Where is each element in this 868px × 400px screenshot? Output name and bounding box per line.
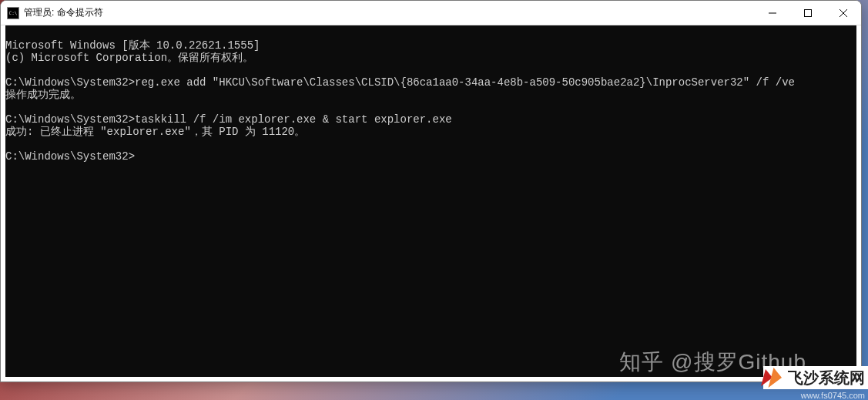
close-button[interactable] [826, 1, 861, 25]
close-icon [840, 9, 847, 17]
terminal-line: C:\Windows\System32>taskkill /f /im expl… [5, 113, 452, 126]
command-prompt-window: 管理员: 命令提示符 Microsoft Windows [版本 10.0.22… [0, 0, 862, 382]
site-name: 飞沙系统网 [788, 370, 865, 385]
window-controls [755, 1, 861, 25]
window-title: 管理员: 命令提示符 [24, 6, 755, 19]
site-badge: 飞沙系统网 [763, 366, 868, 389]
svg-rect-1 [805, 9, 812, 16]
titlebar[interactable]: 管理员: 命令提示符 [1, 1, 861, 25]
terminal-line: C:\Windows\System32>reg.exe add "HKCU\So… [5, 76, 795, 89]
terminal-line: Microsoft Windows [版本 10.0.22621.1555] [5, 39, 260, 52]
maximize-icon [804, 9, 812, 17]
cmd-icon [7, 7, 19, 19]
site-url: www.fs0745.com [801, 391, 865, 400]
terminal-line: 操作成功完成。 [5, 89, 81, 101]
terminal-output[interactable]: Microsoft Windows [版本 10.0.22621.1555] (… [5, 25, 856, 377]
watermark-site: 飞沙系统网 www.fs0745.com [745, 361, 868, 400]
terminal-prompt: C:\Windows\System32> [5, 150, 135, 163]
maximize-button[interactable] [790, 1, 826, 25]
minimize-icon [769, 9, 776, 17]
scrollbar[interactable] [856, 25, 861, 377]
minimize-button[interactable] [755, 1, 790, 25]
site-logo-icon [763, 368, 785, 388]
terminal-line: 成功: 已终止进程 "explorer.exe"，其 PID 为 11120。 [5, 126, 305, 138]
terminal-line: (c) Microsoft Corporation。保留所有权利。 [5, 52, 253, 64]
